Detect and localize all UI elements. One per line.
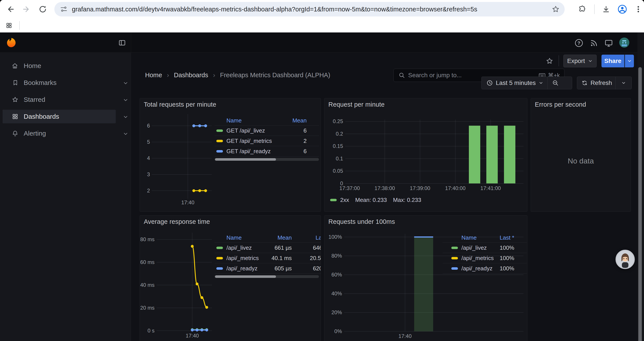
sidebar-item-bookmarks[interactable]: Bookmarks — [3, 76, 116, 90]
bookmarks-divider — [19, 21, 20, 30]
help-icon[interactable]: ? — [574, 38, 584, 48]
legend-name: GET /api/_readyz — [226, 148, 280, 155]
legend-table: NameMeanLast */api/_livez661 µs646 µs/ap… — [214, 233, 321, 278]
refresh-interval-dropdown[interactable] — [616, 77, 632, 89]
zoom-out-button[interactable] — [548, 77, 563, 89]
legend-row[interactable]: GET /api/_metrics2 — [214, 136, 319, 146]
avatar-pixel-art — [619, 38, 629, 48]
profile-icon[interactable] — [617, 4, 627, 14]
browser-menu-icon[interactable] — [634, 5, 643, 14]
sidebar-item-home[interactable]: Home — [3, 59, 116, 73]
panel-title[interactable]: Errors per second — [535, 101, 586, 108]
panel-request-per-minute[interactable]: Request per minute 2xx Mean: 0.233 Max: … — [324, 98, 528, 212]
monitor-icon[interactable] — [604, 38, 613, 48]
dashboards-grid-icon — [12, 113, 19, 120]
url-text[interactable]: grafana.mathmast.com/d/deytv4rwavabkb/fr… — [72, 6, 549, 13]
breadcrumb-separator: › — [213, 71, 215, 79]
legend-row[interactable]: /api/_metrics40.1 ms20.5 ms — [214, 253, 321, 263]
panel-total-requests-per-minute[interactable]: Total requests per minute NameMeanGET /a… — [140, 98, 321, 212]
chevron-down-icon[interactable] — [123, 114, 128, 120]
header-divider — [131, 33, 131, 53]
chevron-down-icon — [538, 81, 544, 85]
legend-scrollbar[interactable] — [214, 158, 319, 161]
legend-name: GET /api/_livez — [226, 127, 280, 134]
chevron-down-icon[interactable] — [123, 80, 128, 86]
reload-icon[interactable] — [38, 5, 48, 14]
page-scrollbar[interactable] — [638, 33, 644, 341]
sidebar-item-label: Home — [24, 59, 41, 73]
sidebar-item-starred[interactable]: Starred — [3, 93, 116, 106]
legend-scrollbar[interactable] — [214, 275, 319, 278]
legend-row[interactable]: /api/_metrics100% — [442, 253, 527, 263]
panel-title[interactable]: Request per minute — [328, 101, 385, 108]
scrollbar-thumb[interactable] — [638, 67, 642, 341]
sidebar-item-dashboards[interactable]: Dashboards — [3, 110, 116, 123]
export-label: Export — [567, 58, 585, 65]
legend-name: /api/_readyz — [226, 265, 263, 272]
chevron-down-icon — [627, 59, 632, 63]
svg-text:?: ? — [577, 40, 580, 46]
export-button[interactable]: Export — [563, 55, 597, 67]
series-swatch — [330, 199, 337, 201]
legend-row[interactable]: /api/_livez100% — [442, 243, 527, 253]
forward-icon[interactable] — [22, 5, 31, 14]
download-icon[interactable] — [602, 5, 610, 14]
time-range-picker[interactable]: Last 5 minutes — [482, 77, 547, 89]
bookmark-icon — [12, 79, 19, 86]
legend-value: 100% — [488, 255, 514, 261]
legend-value: 100% — [488, 265, 514, 272]
avatar-girl-illustration — [616, 251, 634, 268]
legend-row[interactable]: /api/_readyz605 µs620 µs — [214, 263, 321, 274]
extensions-icon[interactable] — [578, 5, 586, 14]
breadcrumb-home[interactable]: Home — [145, 72, 162, 79]
legend-header: NameMeanLast * — [214, 233, 321, 243]
dock-sidebar-icon[interactable] — [118, 39, 126, 47]
grafana-logo[interactable] — [6, 38, 16, 48]
legend-name: GET /api/_metrics — [226, 138, 280, 144]
sidebar-item-alerting[interactable]: Alerting — [3, 127, 116, 140]
panel-requests-under-100ms[interactable]: Requests under 100ms NameLast */api/_liv… — [324, 215, 528, 341]
legend-row[interactable]: GET /api/_livez6 — [214, 126, 319, 136]
share-dropdown-button[interactable] — [625, 55, 634, 67]
panel-errors-per-second[interactable]: Errors per second No data — [531, 98, 631, 212]
panel-average-response-time[interactable]: Average response time NameMeanLast */api… — [140, 215, 321, 341]
series-swatch — [216, 150, 223, 153]
favorite-star-icon[interactable] — [546, 57, 554, 65]
series-mean: Mean: 0.233 — [355, 197, 387, 203]
panel-title[interactable]: Average response time — [144, 218, 210, 225]
sidebar-item-label: Dashboards — [24, 110, 59, 123]
assistant-avatar[interactable] — [616, 250, 635, 269]
legend-value: 620 µs — [292, 265, 321, 272]
share-button[interactable]: Share — [602, 55, 624, 67]
legend-name: /api/_readyz — [462, 265, 488, 272]
chevron-down-icon[interactable] — [123, 97, 128, 103]
apps-grid-icon[interactable] — [6, 22, 12, 29]
chevron-down-icon[interactable] — [123, 131, 128, 137]
url-bar[interactable]: grafana.mathmast.com/d/deytv4rwavabkb/fr… — [54, 2, 565, 17]
panel-title[interactable]: Requests under 100ms — [328, 218, 395, 225]
refresh-sync-icon — [582, 80, 588, 86]
legend-row[interactable]: /api/_readyz100% — [442, 263, 527, 274]
series-swatch — [451, 247, 458, 249]
legend-value: Mean — [280, 117, 307, 124]
back-icon[interactable] — [6, 5, 15, 14]
refresh-button[interactable]: Refresh — [577, 77, 616, 89]
legend-value: 605 µs — [263, 265, 292, 272]
legend-row[interactable]: /api/_livez661 µs646 µs — [214, 243, 321, 253]
series-name: 2xx — [340, 197, 349, 203]
breadcrumb-dashboards[interactable]: Dashboards — [174, 72, 208, 79]
bookmark-star-icon[interactable] — [552, 5, 560, 14]
legend-scrollbar-thumb[interactable] — [215, 158, 276, 161]
legend-header: NameMean — [214, 116, 319, 126]
legend-scrollbar-thumb[interactable] — [215, 275, 276, 278]
breadcrumb-separator: › — [167, 71, 169, 79]
site-settings-icon[interactable] — [60, 6, 68, 13]
series-swatch — [216, 267, 223, 270]
legend-value: 6 — [280, 148, 307, 155]
legend-line[interactable]: 2xx Mean: 0.233 Max: 0.233 — [330, 197, 421, 203]
chevron-down-icon — [588, 59, 593, 63]
panel-title[interactable]: Total requests per minute — [144, 101, 216, 108]
rss-news-icon[interactable] — [589, 38, 598, 48]
legend-row[interactable]: GET /api/_readyz6 — [214, 146, 319, 156]
user-avatar[interactable] — [619, 38, 629, 48]
